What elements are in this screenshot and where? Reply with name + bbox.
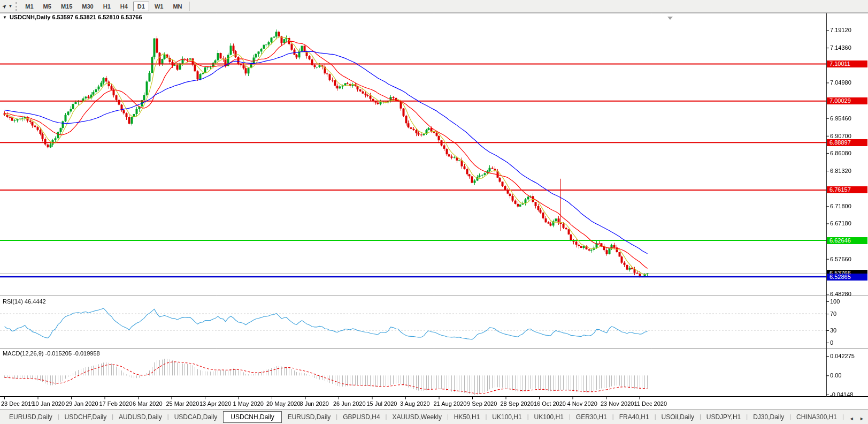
chart-tab[interactable]: EURUSD,Daily (282, 412, 337, 422)
timeframe-button-m30[interactable]: M30 (78, 2, 97, 11)
timeframe-button-h1[interactable]: H1 (99, 2, 115, 11)
tab-scroll-left-button[interactable]: ◄ (848, 416, 856, 421)
chart-tab[interactable]: USDJPY,H1 (701, 412, 747, 422)
chart-tab[interactable]: USOil,Daily (656, 412, 700, 422)
chart-tab[interactable]: USDCAD,Daily (168, 412, 224, 422)
timeframe-button-h4[interactable]: H4 (116, 2, 132, 11)
timeframe-button-d1[interactable]: D1 (133, 2, 149, 11)
chart-tabs: EURUSD,Daily|USDCHF,Daily|AUDUSD,Daily|U… (3, 411, 864, 423)
chart-tab-bar: EURUSD,Daily|USDCHF,Daily|AUDUSD,Daily|U… (0, 409, 868, 424)
timeframe-button-m5[interactable]: M5 (39, 2, 56, 11)
timeframe-button-m1[interactable]: M1 (21, 2, 37, 11)
timeframe-toolbar: ➤ ▼ M1 M5 M15 M30 H1 H4 D1 W1 MN (0, 0, 868, 13)
timeframe-button-w1[interactable]: W1 (150, 2, 168, 11)
chart-tab[interactable]: GER30,H1 (570, 412, 613, 422)
chevron-down-icon: ▼ (8, 4, 12, 9)
mt4-window: ➤ ▼ M1 M5 M15 M30 H1 H4 D1 W1 MN ▼USDCNH… (0, 0, 868, 424)
chart-tab[interactable]: DJ30,Daily (747, 412, 790, 422)
cursor-tool-button[interactable]: ➤ ▼ (2, 3, 12, 9)
timeframe-button-mn[interactable]: MN (168, 2, 186, 11)
tab-scroll-right-button[interactable]: ► (858, 416, 866, 421)
chart-tab[interactable]: USDCHF,Daily (59, 412, 113, 422)
chart-tab[interactable]: UK100,H1 (486, 412, 527, 422)
chart-tab[interactable]: CHINA300,H1 (790, 412, 843, 422)
toolbar-separator (189, 2, 190, 11)
chart-tab[interactable]: GBPUSD,H4 (337, 412, 386, 422)
cursor-icon: ➤ (1, 3, 7, 10)
tab-scroll-arrows: ◄ ► (846, 410, 868, 424)
chart-tab[interactable]: EURUSD,Daily (3, 412, 58, 422)
chart-tab[interactable]: FRA40,H1 (613, 412, 655, 422)
chart-tab[interactable]: UK100,H1 (528, 412, 570, 422)
chart-tab[interactable]: AUDUSD,Daily (113, 412, 168, 422)
chart-tab[interactable]: XAUUSD,Weekly (386, 412, 447, 422)
timeframe-button-m15[interactable]: M15 (57, 2, 76, 11)
chart-tab[interactable]: HK50,H1 (448, 412, 486, 422)
chart-tab[interactable]: USDCNH,Daily (223, 411, 281, 423)
price-chart-canvas[interactable] (0, 0, 868, 424)
toolbar-grip[interactable] (16, 2, 17, 11)
